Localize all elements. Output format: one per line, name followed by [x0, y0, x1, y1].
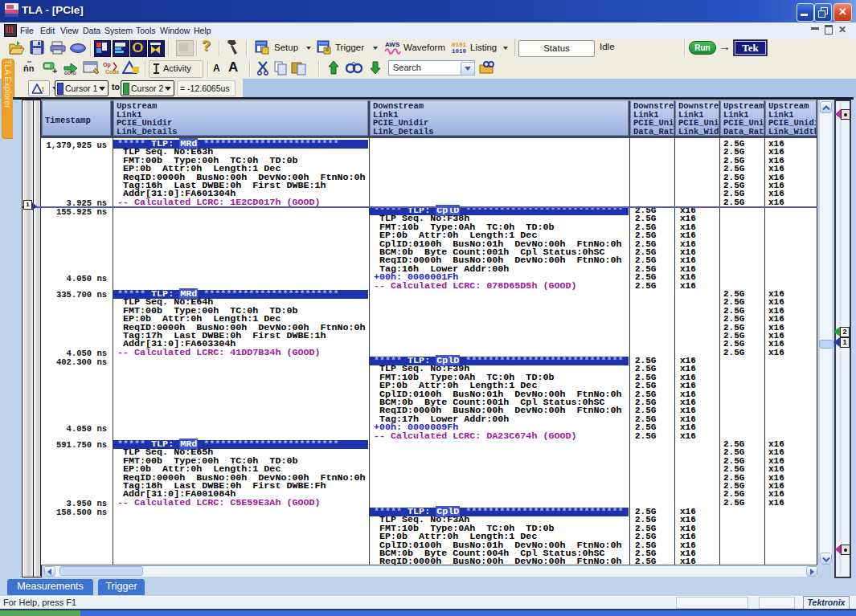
svg-text:Op: Op — [103, 62, 111, 68]
svg-text:+: + — [52, 66, 57, 75]
svg-text:t: t — [42, 85, 44, 93]
svg-text:AWS: AWS — [385, 41, 400, 48]
svg-text:ṅn: ṅn — [23, 63, 35, 73]
svg-text:1010: 1010 — [452, 48, 467, 55]
svg-text:GOTO: GOTO — [64, 71, 76, 75]
svg-text:Code: Code — [105, 69, 120, 75]
svg-text:0101: 0101 — [452, 42, 467, 48]
